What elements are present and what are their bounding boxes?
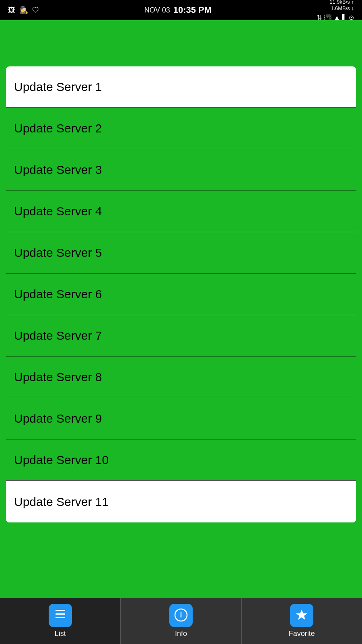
list-item[interactable]: Update Server 7	[6, 315, 356, 357]
svg-marker-8	[296, 610, 307, 620]
top-spacer	[0, 20, 362, 60]
photo-icon: 🖼	[8, 6, 15, 14]
server-item-label: Update Server 2	[14, 122, 102, 135]
server-item-label: Update Server 7	[14, 329, 102, 343]
list-item[interactable]: Update Server 10	[6, 440, 356, 481]
list-item[interactable]: Update Server 2	[6, 108, 356, 149]
shield-icon: 🛡	[32, 6, 39, 14]
list-item[interactable]: Update Server 8	[6, 357, 356, 398]
svg-text:i: i	[180, 611, 182, 619]
list-icon	[54, 608, 67, 623]
bottom-navigation: List i Info Favorite	[0, 598, 362, 644]
svg-rect-3	[56, 610, 57, 611]
svg-rect-5	[56, 617, 57, 618]
tab-list[interactable]: List	[0, 598, 120, 644]
download-speed: 1.6MB/s ↓	[329, 5, 354, 12]
list-item[interactable]: Update Server 5	[6, 232, 356, 274]
tab-list-label: List	[55, 630, 66, 638]
server-item-label: Update Server 3	[14, 163, 102, 177]
list-item[interactable]: Update Server 3	[6, 149, 356, 191]
server-item-label: Update Server 4	[14, 204, 102, 218]
list-item[interactable]: Update Server 6	[6, 274, 356, 315]
list-item[interactable]: Update Server 4	[6, 191, 356, 232]
star-icon	[295, 608, 309, 623]
info-icon: i	[174, 608, 188, 623]
server-item-label: Update Server 10	[14, 453, 109, 467]
server-item-label: Update Server 6	[14, 287, 102, 301]
tab-info-label: Info	[175, 630, 187, 638]
spy-icon: 🕵	[19, 6, 28, 14]
status-bar-right: 11.9kB/s ↑ 1.6MB/s ↓ ⇅ 📳 ▲ ▌ ⊙	[317, 0, 354, 21]
server-item-label: Update Server 9	[14, 412, 102, 425]
server-item-label: Update Server 8	[14, 370, 102, 384]
info-icon-wrapper: i	[169, 604, 193, 627]
tab-favorite-label: Favorite	[289, 630, 315, 638]
server-list: Update Server 1 Update Server 2 Update S…	[6, 66, 356, 594]
server-item-label: Update Server 11	[14, 495, 109, 509]
upload-speed: 11.9kB/s ↑	[329, 0, 354, 5]
tab-info[interactable]: i Info	[121, 598, 241, 644]
main-content: Update Server 1 Update Server 2 Update S…	[0, 60, 362, 598]
status-time: 10:35 PM	[173, 5, 212, 15]
list-item[interactable]: Update Server 9	[6, 398, 356, 440]
list-item[interactable]: Update Server 1	[6, 66, 356, 108]
svg-rect-4	[56, 613, 57, 615]
status-date: NOV 03	[144, 6, 170, 14]
network-speed: 11.9kB/s ↑ 1.6MB/s ↓	[329, 0, 354, 11]
status-bar-left-icons: 🖼 🕵 🛡	[8, 6, 39, 14]
tab-favorite[interactable]: Favorite	[242, 598, 362, 644]
list-item[interactable]: Update Server 11	[6, 481, 356, 522]
server-item-label: Update Server 5	[14, 246, 102, 260]
status-bar: 🖼 🕵 🛡 NOV 03 10:35 PM 11.9kB/s ↑ 1.6MB/s…	[0, 0, 362, 20]
favorite-icon-wrapper	[290, 604, 313, 627]
list-icon-wrapper	[49, 604, 72, 627]
server-item-label: Update Server 1	[14, 80, 102, 94]
status-bar-center: NOV 03 10:35 PM	[144, 5, 212, 15]
